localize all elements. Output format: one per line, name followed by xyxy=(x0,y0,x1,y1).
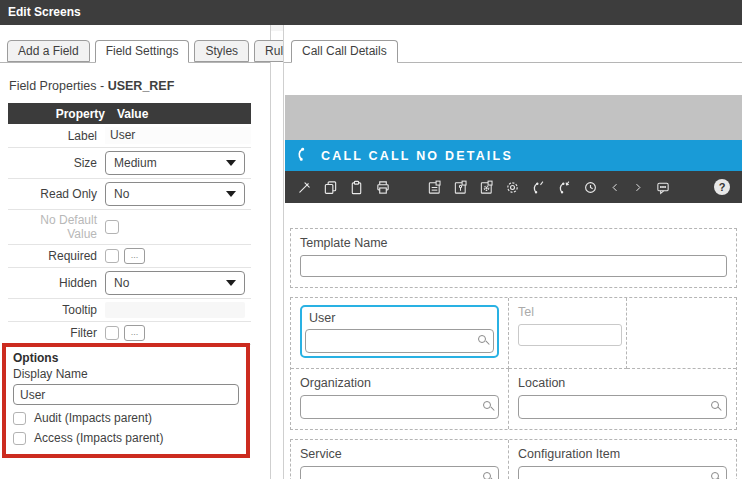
search-icon[interactable] xyxy=(478,335,486,343)
service-details-section: Service Configuration Item xyxy=(290,439,737,479)
tab-call-call-details[interactable]: Call Call Details xyxy=(291,40,398,63)
size-dropdown-value: Medium xyxy=(114,156,157,170)
read-only-property-name: Read Only xyxy=(8,187,105,201)
form-preview: Template Name User xyxy=(290,228,737,479)
tab-styles[interactable]: Styles xyxy=(194,40,249,62)
property-column-header: Property xyxy=(8,107,105,121)
comment-icon[interactable] xyxy=(655,180,671,195)
right-tab-strip: Call Call Details xyxy=(284,40,742,63)
tooltip-field[interactable] xyxy=(105,302,245,318)
template-name-input[interactable] xyxy=(300,255,727,277)
configuration-item-field-cell: Configuration Item xyxy=(509,440,736,479)
service-field-cell: Service xyxy=(291,440,509,479)
audit-checkbox[interactable] xyxy=(13,412,26,425)
property-table: Property Value Label User Size Medium Re… xyxy=(8,103,251,345)
required-more-button[interactable]: ... xyxy=(124,248,145,264)
preview-banner-placeholder xyxy=(285,95,742,140)
hidden-dropdown[interactable]: No xyxy=(105,271,245,295)
organization-field-label: Organization xyxy=(300,376,499,390)
organization-search-input[interactable] xyxy=(300,395,499,419)
filter-checkbox[interactable] xyxy=(105,326,119,340)
caller-details-section: User Tel Organization xyxy=(290,297,737,430)
copy-icon[interactable] xyxy=(323,180,338,195)
screen-preview-panel: Call Call Details CALL CALL NO DETAILS xyxy=(283,25,742,479)
read-only-dropdown-value: No xyxy=(114,187,129,201)
doc-flag-icon[interactable] xyxy=(427,180,442,195)
field-properties-prefix: Field Properties - xyxy=(9,79,108,93)
page-title: Edit Screens xyxy=(8,5,81,19)
required-property-name: Required xyxy=(8,249,105,263)
window-title-bar: Edit Screens xyxy=(0,0,742,25)
label-value[interactable]: User xyxy=(105,127,251,144)
search-icon[interactable] xyxy=(711,401,719,409)
field-name: USER_REF xyxy=(108,79,175,93)
required-checkbox[interactable] xyxy=(105,249,119,263)
table-row: No Default Value xyxy=(8,210,251,245)
service-search-input[interactable] xyxy=(300,466,499,479)
configuration-item-search-input[interactable] xyxy=(518,466,727,479)
clipboard-icon[interactable] xyxy=(349,180,364,195)
configuration-item-field-label: Configuration Item xyxy=(518,447,727,461)
table-row: Hidden No xyxy=(8,268,251,299)
record-header-bar: CALL CALL NO DETAILS xyxy=(285,140,742,171)
location-search-input[interactable] xyxy=(518,395,727,419)
table-row: Label User xyxy=(8,124,251,148)
label-property-name: Label xyxy=(8,129,105,143)
tel-field-cell: Tel xyxy=(509,298,627,369)
property-table-header: Property Value xyxy=(8,103,251,124)
gear-icon[interactable] xyxy=(505,180,520,195)
hidden-property-name: Hidden xyxy=(8,276,105,290)
service-field-label: Service xyxy=(300,447,499,461)
hidden-dropdown-value: No xyxy=(114,276,129,290)
search-icon[interactable] xyxy=(483,472,491,479)
chevron-left-icon[interactable] xyxy=(609,180,621,195)
table-row: Size Medium xyxy=(8,148,251,179)
size-dropdown[interactable]: Medium xyxy=(105,151,245,175)
filter-more-button[interactable]: ... xyxy=(124,325,145,341)
search-icon[interactable] xyxy=(483,401,491,409)
no-default-value-checkbox[interactable] xyxy=(105,220,119,234)
tab-add-a-field[interactable]: Add a Field xyxy=(7,40,90,62)
phone-receiver-icon xyxy=(296,146,312,166)
user-field-label: User xyxy=(309,311,494,325)
access-checkbox-label: Access (Impacts parent) xyxy=(34,431,163,445)
chevron-down-icon xyxy=(226,280,236,286)
organization-field-cell: Organization xyxy=(291,369,509,429)
template-name-section: Template Name xyxy=(290,228,737,288)
selected-field-highlight[interactable]: User xyxy=(300,305,499,358)
record-header-title: CALL CALL NO DETAILS xyxy=(321,149,513,163)
filter-property-name: Filter xyxy=(8,326,105,340)
tel-input[interactable] xyxy=(518,324,622,346)
access-checkbox[interactable] xyxy=(13,432,26,445)
pin-icon[interactable] xyxy=(297,180,312,195)
chevron-right-icon[interactable] xyxy=(632,180,644,195)
display-name-label: Display Name xyxy=(13,367,239,381)
history-clock-icon[interactable] xyxy=(583,180,598,195)
phone-in-icon[interactable] xyxy=(557,180,572,195)
template-name-label: Template Name xyxy=(300,236,727,250)
record-toolbar: ? xyxy=(285,171,742,203)
location-field-label: Location xyxy=(518,376,727,390)
read-only-dropdown[interactable]: No xyxy=(105,182,245,206)
audit-checkbox-label: Audit (Impacts parent) xyxy=(34,411,152,425)
doc-gear-icon[interactable] xyxy=(479,180,494,195)
phone-out-icon[interactable] xyxy=(531,180,546,195)
help-icon[interactable]: ? xyxy=(714,179,730,195)
tel-field-label: Tel xyxy=(518,305,617,319)
chevron-down-icon xyxy=(226,160,236,166)
table-row: Required ... xyxy=(8,245,251,268)
doc-pin-icon[interactable] xyxy=(453,180,468,195)
table-row: Tooltip xyxy=(8,299,251,322)
options-title: Options xyxy=(13,351,239,365)
field-properties-panel: Add a Field Field Settings Styles Rules … xyxy=(0,25,271,479)
no-default-value-property-name: No Default Value xyxy=(8,213,105,241)
edit-screens-window: Edit Screens Add a Field Field Settings … xyxy=(0,0,742,479)
user-search-input[interactable] xyxy=(305,329,494,353)
location-field-cell: Location xyxy=(509,369,736,429)
size-property-name: Size xyxy=(8,156,105,170)
empty-field-cell xyxy=(627,298,736,369)
tab-field-settings[interactable]: Field Settings xyxy=(95,40,190,63)
display-name-input[interactable] xyxy=(13,384,239,405)
printer-icon[interactable] xyxy=(375,180,391,195)
search-icon[interactable] xyxy=(711,472,719,479)
